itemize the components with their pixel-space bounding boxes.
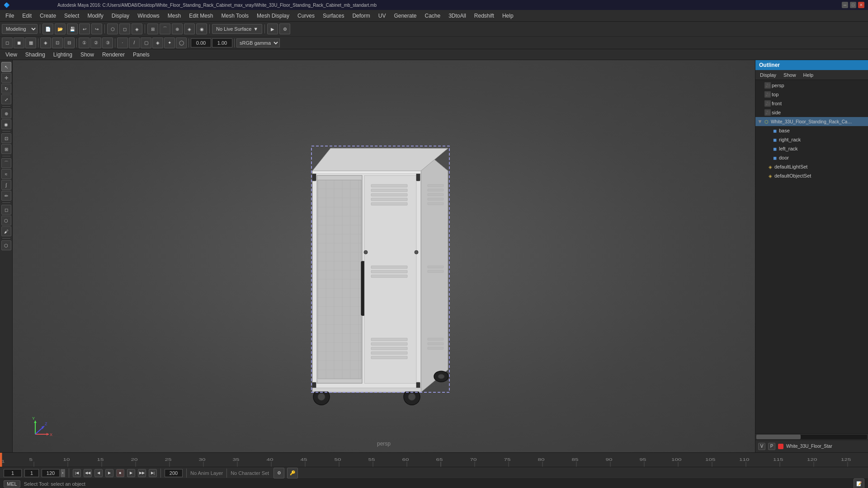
menu-mesh-tools[interactable]: Mesh Tools (218, 12, 252, 20)
outliner-item-top[interactable]: 🎥 top (755, 90, 868, 99)
menu-deform[interactable]: Deform (349, 12, 373, 20)
autokey-button[interactable]: 🔑 (287, 468, 298, 479)
current-frame-input[interactable]: 1 (24, 469, 39, 477)
stop-button[interactable]: ■ (116, 469, 124, 477)
outliner-item-door[interactable]: ◼ door (755, 153, 868, 162)
outliner-item-persp[interactable]: 🎥 persp (755, 81, 868, 90)
step-forward-button[interactable]: ▶▶ (138, 469, 146, 477)
menu-surfaces[interactable]: Surfaces (319, 12, 348, 20)
value2-input[interactable]: 1.00 (212, 38, 232, 47)
pencil-curve-button[interactable]: ✏ (1, 191, 11, 201)
minimize-button[interactable]: ─ (842, 2, 848, 8)
select-uvs-button[interactable]: ◈ (152, 38, 163, 48)
curve-tool-button[interactable]: ⌒ (1, 158, 11, 168)
snap-point-button[interactable]: ⊕ (172, 23, 183, 34)
submenu-shading[interactable]: Shading (22, 51, 49, 59)
total-end-frame-input[interactable]: 200 (165, 469, 183, 477)
value1-input[interactable]: 0.00 (191, 38, 211, 47)
visibility-button[interactable]: V (758, 443, 765, 450)
outliner-item-base[interactable]: ◼ base (755, 126, 868, 135)
display-style-1[interactable]: ① (79, 38, 90, 48)
universal-manip-button[interactable]: ⊕ (1, 108, 11, 118)
viewport[interactable]: persp X Y Z (13, 60, 755, 452)
rotate-tool-button[interactable]: ↻ (1, 84, 11, 94)
save-scene-button[interactable]: 💾 (67, 23, 78, 34)
menu-uv[interactable]: UV (375, 12, 390, 20)
play-back-button[interactable]: ▶ (105, 469, 113, 477)
isolate-select-button[interactable]: ◈ (40, 38, 51, 48)
soft-mod-button[interactable]: ◉ (1, 119, 11, 129)
menu-select[interactable]: Select (61, 12, 83, 20)
no-live-surface[interactable]: No Live Surface ▼ (212, 24, 262, 34)
menu-modify[interactable]: Modify (84, 12, 107, 20)
poly-create-button[interactable]: ◻ (1, 205, 11, 215)
step-back-key-button[interactable]: ◀◀ (84, 469, 92, 477)
show-manip-button[interactable]: ⊡ (1, 133, 11, 143)
undo-button[interactable]: ↩ (79, 23, 90, 34)
step-back-button[interactable]: ◀ (94, 469, 103, 477)
submenu-show[interactable]: Show (77, 51, 98, 59)
select-component-button[interactable]: ✦ (164, 38, 175, 48)
open-scene-button[interactable]: 📂 (55, 23, 66, 34)
select-vertex-button[interactable]: · (117, 38, 128, 48)
display-style-2[interactable]: ② (90, 38, 101, 48)
select-tool-button[interactable]: ↖ (1, 62, 11, 72)
end-frame-input[interactable]: 120 (42, 469, 60, 477)
scale-tool-button[interactable]: ⤢ (1, 94, 11, 104)
menu-redshift[interactable]: Redshift (471, 12, 498, 20)
outliner-hscrollbar-thumb[interactable] (756, 435, 801, 439)
menu-edit[interactable]: Edit (19, 12, 35, 20)
select-mode-button[interactable]: ⬡ (107, 23, 118, 34)
mesh-create-button[interactable]: ⬡ (1, 216, 11, 225)
ep-curve-button[interactable]: ≈ (1, 169, 11, 179)
snap-grid-button[interactable]: ⊞ (147, 23, 158, 34)
submenu-view[interactable]: View (2, 51, 21, 59)
paint-button[interactable]: 🖌 (1, 226, 11, 236)
menu-create[interactable]: Create (36, 12, 60, 20)
pin-button[interactable]: P (768, 443, 775, 450)
submenu-renderer[interactable]: Renderer (99, 51, 128, 59)
select-edge-button[interactable]: / (129, 38, 140, 48)
go-to-start-button[interactable]: |◀ (73, 469, 81, 477)
char-set-settings-button[interactable]: ⚙ (274, 468, 284, 479)
menu-3dtoall[interactable]: 3DtoAll (445, 12, 470, 20)
menu-windows[interactable]: Windows (134, 12, 163, 20)
outliner-item-right-rack[interactable]: ◼ right_rack (755, 135, 868, 144)
outliner-menu-help[interactable]: Help (801, 72, 816, 78)
bezier-curve-button[interactable]: ∫ (1, 180, 11, 190)
outliner-hscrollbar[interactable] (756, 435, 867, 439)
outliner-item-front[interactable]: 🎥 front (755, 99, 868, 108)
paint-select-button[interactable]: ◈ (132, 23, 142, 34)
menu-mesh[interactable]: Mesh (164, 12, 184, 20)
menu-file[interactable]: File (2, 12, 18, 20)
new-scene-button[interactable]: 📄 (42, 23, 53, 34)
mode-select[interactable]: Modeling Rigging Animation (2, 24, 38, 34)
outliner-item-defaultlightset[interactable]: ◈ defaultLightSet (755, 162, 868, 171)
menu-curves[interactable]: Curves (294, 12, 318, 20)
snap-live-button[interactable]: ◉ (196, 23, 207, 34)
outliner-horizontal-scroll[interactable] (755, 433, 868, 440)
play-forward-button[interactable]: ▶ (127, 469, 135, 477)
outliner-item-side[interactable]: 🎥 side (755, 108, 868, 117)
menu-generate[interactable]: Generate (390, 12, 420, 20)
snap-curve-button[interactable]: ⌒ (160, 23, 170, 34)
xgen-button[interactable]: ⬡ (1, 240, 11, 250)
wireframe-button[interactable]: ◻ (2, 38, 13, 48)
display-style-3[interactable]: ③ (102, 38, 113, 48)
select-face-button[interactable]: ▢ (141, 38, 151, 48)
outliner-item-main-object[interactable]: ▼ ⬡ White_33U_Floor_Standing_Rack_Cabine… (755, 117, 868, 126)
redo-button[interactable]: ↪ (91, 23, 102, 34)
start-frame-input[interactable]: 1 (4, 469, 22, 477)
submenu-panels[interactable]: Panels (129, 51, 153, 59)
menu-cache[interactable]: Cache (421, 12, 444, 20)
frame-all-button[interactable]: ⊡ (52, 38, 63, 48)
menu-help[interactable]: Help (499, 12, 517, 20)
script-editor-button[interactable]: 📝 (854, 479, 864, 488)
menu-edit-mesh[interactable]: Edit Mesh (185, 12, 217, 20)
maximize-button[interactable]: □ (850, 2, 856, 8)
textured-button[interactable]: ▦ (25, 38, 36, 48)
go-to-end-button[interactable]: ▶| (149, 469, 157, 477)
lasso-select-button[interactable]: ◻ (119, 23, 130, 34)
outliner-item-defaultobjectset[interactable]: ◈ defaultObjectSet (755, 171, 868, 180)
menu-mesh-display[interactable]: Mesh Display (253, 12, 293, 20)
